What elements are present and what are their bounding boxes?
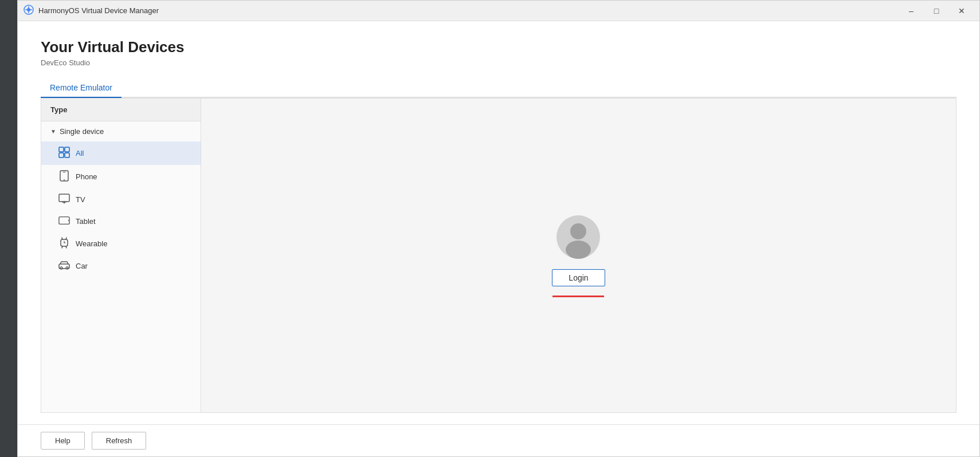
svg-point-25 [570,223,586,239]
wearable-icon [58,237,70,250]
main-content-panel: Login [201,98,957,413]
help-button[interactable]: Help [41,432,85,450]
close-button[interactable]: ✕ [950,3,974,19]
maximize-button[interactable]: □ [924,3,948,19]
page-title: Your Virtual Devices [41,38,957,56]
svg-point-23 [66,267,68,269]
login-button[interactable]: Login [552,269,605,286]
car-icon [58,261,70,271]
svg-point-26 [566,241,591,259]
tablet-icon [58,216,70,227]
user-avatar-icon [555,214,601,260]
device-type-sidebar: Type ▼ Single device [41,98,201,413]
all-label: All [76,149,84,157]
svg-rect-9 [59,194,69,202]
single-device-section-header[interactable]: ▼ Single device [41,121,201,141]
sidebar-item-phone[interactable]: Phone [41,165,201,188]
svg-rect-12 [59,217,69,224]
window-controls: – □ ✕ [899,3,974,19]
window-titlebar: HarmonyOS Virtual Device Manager – □ ✕ [18,1,979,21]
svg-rect-3 [65,147,69,152]
sidebar-item-tablet[interactable]: Tablet [41,211,201,232]
sidebar-item-car[interactable]: Car [41,255,201,277]
phone-label: Phone [76,172,97,181]
window-title: HarmonyOS Virtual Device Manager [38,6,899,15]
tv-label: TV [76,195,85,204]
svg-rect-21 [59,264,69,269]
tablet-label: Tablet [76,217,96,226]
sidebar-type-header: Type [41,99,201,121]
sidebar-item-tv[interactable]: TV [41,188,201,211]
svg-rect-4 [59,153,64,157]
svg-line-16 [66,238,66,239]
sidebar-item-all[interactable]: All [41,141,201,165]
chevron-down-icon: ▼ [50,128,56,135]
svg-line-17 [62,246,62,248]
panels-container: Type ▼ Single device [41,98,957,413]
phone-icon [58,170,70,183]
car-label: Car [76,262,88,270]
error-indicator-bar [552,296,604,297]
all-devices-icon [58,147,70,160]
tabs-bar: Remote Emulator [41,78,957,98]
tab-remote-emulator[interactable]: Remote Emulator [41,78,121,98]
single-device-label: Single device [60,127,104,136]
login-container: Login [552,214,605,297]
wearable-label: Wearable [76,239,107,248]
single-device-section: ▼ Single device All [41,121,201,277]
svg-rect-5 [65,153,69,157]
tv-icon [58,194,70,206]
page-subtitle: DevEco Studio [41,58,957,67]
svg-line-18 [66,246,66,248]
sidebar-item-wearable[interactable]: Wearable [41,232,201,255]
svg-point-13 [68,220,69,221]
bottom-action-bar: Help Refresh [18,424,979,456]
svg-point-1 [27,8,30,11]
svg-point-8 [64,179,65,180]
refresh-button[interactable]: Refresh [92,432,147,450]
svg-point-22 [60,267,62,269]
app-logo-icon [23,5,34,17]
minimize-button[interactable]: – [899,3,923,19]
svg-rect-2 [59,147,64,152]
svg-line-15 [62,238,62,239]
main-window: HarmonyOS Virtual Device Manager – □ ✕ Y… [17,0,980,457]
content-area: Your Virtual Devices DevEco Studio Remot… [18,21,979,424]
